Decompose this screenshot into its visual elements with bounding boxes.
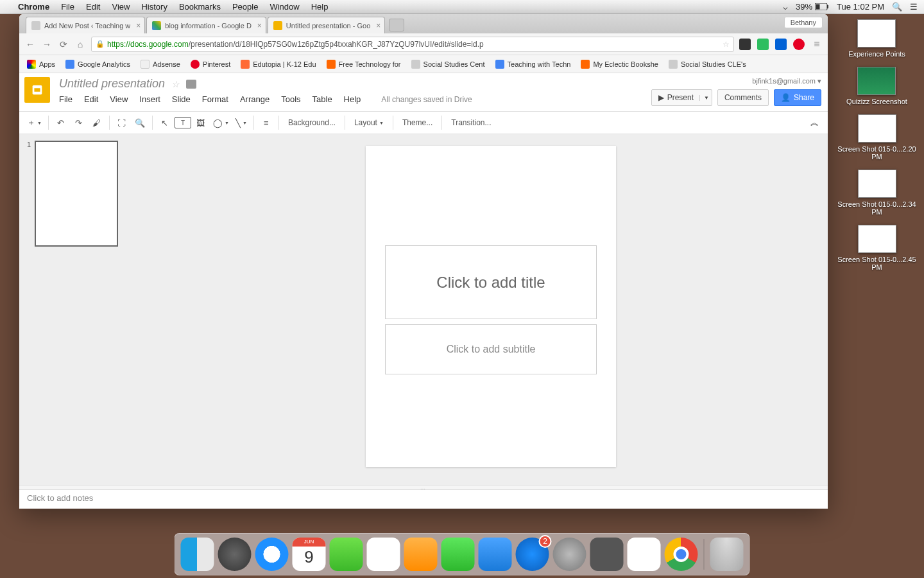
title-placeholder[interactable]: Click to add title [385,245,597,319]
layout-button[interactable]: Layout▼ [349,114,389,131]
extension-icon[interactable] [757,39,769,50]
account-email[interactable]: bjfink1s@gmail.com ▾ [651,77,821,85]
select-tool-button[interactable]: ↖ [157,114,173,131]
launchpad-icon[interactable] [218,538,252,571]
speaker-notes-input[interactable]: Click to add notes [19,489,828,509]
redo-button[interactable]: ↷ [71,114,87,131]
back-button[interactable]: ← [24,39,36,50]
system-preferences-icon[interactable] [553,538,586,571]
share-button[interactable]: 👤 Share [774,89,821,106]
desktop-file[interactable]: Experience Points [848,19,905,58]
background-button[interactable]: Background... [283,114,341,131]
bookmark-item[interactable]: Edutopia | K-12 Edu [237,58,320,70]
bookmark-item[interactable]: My Eclectic Bookshe [577,58,662,70]
photos-icon[interactable] [367,538,400,571]
desktop-file[interactable]: Screen Shot 015-0...2.20 PM [834,114,920,161]
pages-icon[interactable] [404,538,438,571]
transition-button[interactable]: Transition... [446,114,496,131]
slide[interactable]: Click to add title Click to add subtitle [366,146,616,467]
menu-bookmarks[interactable]: Bookmarks [179,2,221,12]
calculator-icon[interactable] [590,538,624,571]
reload-button[interactable]: ⟳ [58,39,69,50]
menu-edit[interactable]: Edit [86,2,100,12]
bookmark-item[interactable]: Social Studies Cent [407,58,489,70]
bookmark-item[interactable]: Pinterest [187,58,234,70]
bookmark-star-icon[interactable]: ☆ [723,40,730,49]
close-tab-icon[interactable]: × [257,21,262,30]
slide-canvas[interactable]: Click to add title Click to add subtitle [154,134,828,486]
finder-icon[interactable] [181,538,214,571]
clock[interactable]: Tue 1:02 PM [837,2,884,12]
desktop-file[interactable]: Quizizz Screenshot [846,67,907,105]
image-button[interactable]: 🖼 [193,114,209,131]
address-bar[interactable]: 🔒 https://docs.google.com/presentation/d… [91,37,734,52]
theme-button[interactable]: Theme... [397,114,438,131]
star-doc-icon[interactable]: ☆ [171,79,180,89]
bookmark-item[interactable]: Google Analytics [62,58,134,70]
trash-icon[interactable] [710,538,744,571]
menu-view[interactable]: View [112,2,130,12]
menu-people[interactable]: People [232,2,258,12]
subtitle-placeholder[interactable]: Click to add subtitle [385,324,597,374]
doc-title-input[interactable]: Untitled presentation [59,77,165,91]
menu-table[interactable]: Table [312,94,332,104]
menu-view[interactable]: View [110,94,128,104]
dropbox-icon[interactable]: ⌵ [783,2,788,12]
desktop-file[interactable]: Screen Shot 015-0...2.34 PM [834,170,920,216]
new-tab-button[interactable] [389,19,404,31]
zoom-fit-button[interactable]: ⛶ [114,114,130,131]
menu-help[interactable]: Help [344,94,361,104]
menu-file[interactable]: File [61,2,74,12]
extension-icon[interactable] [739,39,751,50]
new-slide-button[interactable]: ＋▼ [24,114,44,131]
bookmark-item[interactable]: Teaching with Techn [492,58,575,70]
menu-help[interactable]: Help [311,2,329,12]
zoom-button[interactable]: 🔍 [132,114,148,131]
app-name[interactable]: Chrome [18,2,49,12]
paint-format-button[interactable]: 🖌 [89,114,105,131]
undo-button[interactable]: ↶ [53,114,69,131]
bookmark-item[interactable]: Free Technology for [323,58,405,70]
battery-indicator[interactable]: 39% [796,2,829,12]
slide-thumbnail[interactable] [35,141,118,247]
chrome-menu-icon[interactable]: ≡ [811,39,823,50]
line-button[interactable]: ╲▼ [233,114,250,131]
menu-window[interactable]: Window [270,2,299,12]
facetime-icon[interactable] [330,538,363,571]
menu-history[interactable]: History [141,2,167,12]
spotlight-icon[interactable]: 🔍 [892,2,902,12]
menu-insert[interactable]: Insert [139,94,160,104]
present-button[interactable]: ▶ Present▼ [651,89,712,106]
slides-logo-icon[interactable] [24,77,50,103]
menu-slide[interactable]: Slide [172,94,191,104]
bookmark-item[interactable]: Social Studies CLE's [665,58,750,70]
chrome-icon[interactable] [665,538,698,571]
shape-button[interactable]: ◯▼ [210,114,232,131]
menu-edit[interactable]: Edit [84,94,98,104]
calendar-icon[interactable] [293,538,326,571]
textbox-button[interactable]: T [175,117,191,128]
profile-button[interactable]: Bethany [784,17,823,28]
twitter-icon[interactable] [628,538,661,571]
align-button[interactable]: ≡ [258,114,275,131]
collapse-toolbar-icon[interactable]: ︽ [806,114,823,131]
notifications-icon[interactable]: ☰ [910,2,918,12]
forward-button[interactable]: → [41,39,53,50]
numbers-icon[interactable] [441,538,475,571]
browser-tab[interactable]: Add New Post ‹ Teaching w× [26,17,145,33]
extension-icon[interactable] [775,39,787,50]
comments-button[interactable]: Comments [717,89,769,106]
menu-format[interactable]: Format [202,94,228,104]
desktop-file[interactable]: Screen Shot 015-0...2.45 PM [834,225,920,271]
slide-filmstrip[interactable]: 1 [19,134,154,486]
move-folder-icon[interactable] [186,80,196,89]
bookmark-item[interactable]: Adsense [137,58,184,70]
menu-file[interactable]: File [59,94,73,104]
home-button[interactable]: ⌂ [74,39,86,50]
close-tab-icon[interactable]: × [136,21,141,30]
keynote-icon[interactable] [479,538,512,571]
menu-arrange[interactable]: Arrange [240,94,270,104]
appstore-icon[interactable]: 2 [516,538,549,571]
bookmark-apps[interactable]: Apps [23,58,59,70]
browser-tab[interactable]: Untitled presentation - Goo× [268,17,385,33]
